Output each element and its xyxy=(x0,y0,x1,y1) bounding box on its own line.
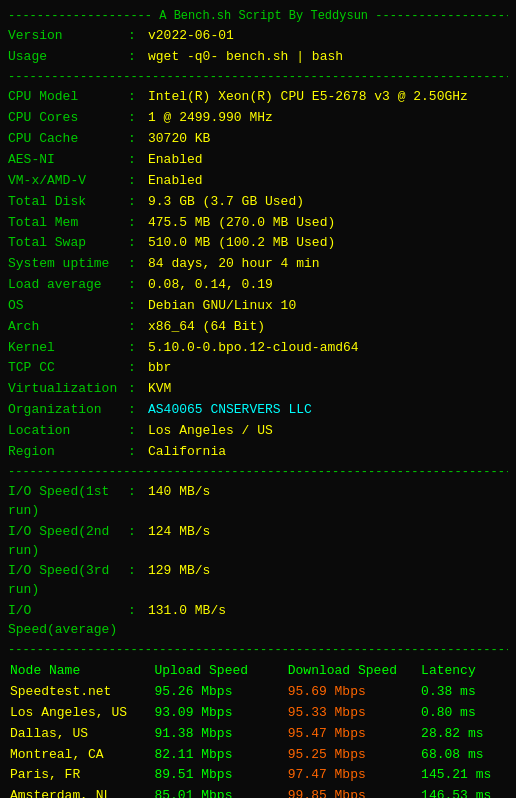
upload-speed: 91.38 Mbps xyxy=(152,724,285,745)
org-label: Organization xyxy=(8,401,128,420)
latency: 145.21 ms xyxy=(419,765,508,786)
tcp-row: TCP CC : bbr xyxy=(8,359,508,378)
download-speed: 95.33 Mbps xyxy=(286,703,419,724)
upload-speed: 93.09 Mbps xyxy=(152,703,285,724)
total-disk-value: 9.3 GB (3.7 GB Used) xyxy=(148,193,304,212)
version-row: Version : v2022-06-01 xyxy=(8,27,508,46)
system-divider: ----------------------------------------… xyxy=(8,69,508,86)
io-run1-label: I/O Speed(1st run) xyxy=(8,483,128,521)
kernel-row: Kernel : 5.10.0-0.bpo.12-cloud-amd64 xyxy=(8,339,508,358)
version-colon: : xyxy=(128,27,148,46)
download-speed: 95.25 Mbps xyxy=(286,745,419,766)
io-divider: ----------------------------------------… xyxy=(8,464,508,481)
latency: 0.80 ms xyxy=(419,703,508,724)
io-run3-label: I/O Speed(3rd run) xyxy=(8,562,128,600)
upload-speed: 82.11 Mbps xyxy=(152,745,285,766)
speedtest-header-row: Node Name Upload Speed Download Speed La… xyxy=(8,661,508,682)
speedtest-row: Paris, FR89.51 Mbps97.47 Mbps145.21 ms xyxy=(8,765,508,786)
node-name: Paris, FR xyxy=(8,765,152,786)
cpu-cache-label: CPU Cache xyxy=(8,130,128,149)
upload-speed: 85.01 Mbps xyxy=(152,786,285,798)
download-speed: 95.69 Mbps xyxy=(286,682,419,703)
total-mem-label: Total Mem xyxy=(8,214,128,233)
io-run3-row: I/O Speed(3rd run) : 129 MB/s xyxy=(8,562,508,600)
version-label: Version xyxy=(8,27,128,46)
cpu-cache-value: 30720 KB xyxy=(148,130,210,149)
upload-speed: 95.26 Mbps xyxy=(152,682,285,703)
total-swap-value: 510.0 MB (100.2 MB Used) xyxy=(148,234,335,253)
location-label: Location xyxy=(8,422,128,441)
usage-row: Usage : wget -q0- bench.sh | bash xyxy=(8,48,508,67)
download-speed: 97.47 Mbps xyxy=(286,765,419,786)
aes-ni-row: AES-NI : Enabled xyxy=(8,151,508,170)
tcp-label: TCP CC xyxy=(8,359,128,378)
io-avg-row: I/O Speed(average) : 131.0 MB/s xyxy=(8,602,508,640)
node-name: Speedtest.net xyxy=(8,682,152,703)
tcp-value: bbr xyxy=(148,359,171,378)
cpu-model-value: Intel(R) Xeon(R) CPU E5-2678 v3 @ 2.50GH… xyxy=(148,88,468,107)
load-value: 0.08, 0.14, 0.19 xyxy=(148,276,273,295)
usage-value: wget -q0- bench.sh | bash xyxy=(148,48,343,67)
io-avg-label: I/O Speed(average) xyxy=(8,602,128,640)
speedtest-table: Node Name Upload Speed Download Speed La… xyxy=(8,661,508,798)
node-name: Amsterdam, NL xyxy=(8,786,152,798)
kernel-value: 5.10.0-0.bpo.12-cloud-amd64 xyxy=(148,339,359,358)
arch-row: Arch : x86_64 (64 Bit) xyxy=(8,318,508,337)
os-value: Debian GNU/Linux 10 xyxy=(148,297,296,316)
cpu-cores-label: CPU Cores xyxy=(8,109,128,128)
arch-value: x86_64 (64 Bit) xyxy=(148,318,265,337)
io-run1-value: 140 MB/s xyxy=(148,483,210,521)
speedtest-row: Montreal, CA82.11 Mbps95.25 Mbps68.08 ms xyxy=(8,745,508,766)
vm-amd-label: VM-x/AMD-V xyxy=(8,172,128,191)
virt-value: KVM xyxy=(148,380,171,399)
total-swap-label: Total Swap xyxy=(8,234,128,253)
region-value: California xyxy=(148,443,226,462)
io-run2-value: 124 MB/s xyxy=(148,523,210,561)
vm-amd-value: Enabled xyxy=(148,172,203,191)
io-run1-row: I/O Speed(1st run) : 140 MB/s xyxy=(8,483,508,521)
usage-label: Usage xyxy=(8,48,128,67)
node-name: Los Angeles, US xyxy=(8,703,152,724)
speedtest-divider: ----------------------------------------… xyxy=(8,642,508,659)
speedtest-row: Los Angeles, US93.09 Mbps95.33 Mbps0.80 … xyxy=(8,703,508,724)
org-value: AS40065 CNSERVERS LLC xyxy=(148,401,312,420)
latency: 28.82 ms xyxy=(419,724,508,745)
load-label: Load average xyxy=(8,276,128,295)
vm-amd-row: VM-x/AMD-V : Enabled xyxy=(8,172,508,191)
total-disk-label: Total Disk xyxy=(8,193,128,212)
download-speed: 99.85 Mbps xyxy=(286,786,419,798)
speedtest-row: Speedtest.net95.26 Mbps95.69 Mbps0.38 ms xyxy=(8,682,508,703)
virt-label: Virtualization xyxy=(8,380,128,399)
aes-ni-value: Enabled xyxy=(148,151,203,170)
total-disk-row: Total Disk : 9.3 GB (3.7 GB Used) xyxy=(8,193,508,212)
speedtest-row: Amsterdam, NL85.01 Mbps99.85 Mbps146.53 … xyxy=(8,786,508,798)
latency: 68.08 ms xyxy=(419,745,508,766)
cpu-cores-row: CPU Cores : 1 @ 2499.990 MHz xyxy=(8,109,508,128)
total-mem-row: Total Mem : 475.5 MB (270.0 MB Used) xyxy=(8,214,508,233)
upload-speed: 89.51 Mbps xyxy=(152,765,285,786)
latency: 146.53 ms xyxy=(419,786,508,798)
node-name: Dallas, US xyxy=(8,724,152,745)
aes-ni-label: AES-NI xyxy=(8,151,128,170)
download-speed: 95.47 Mbps xyxy=(286,724,419,745)
cpu-cores-value: 1 @ 2499.990 MHz xyxy=(148,109,273,128)
usage-colon: : xyxy=(128,48,148,67)
io-run3-value: 129 MB/s xyxy=(148,562,210,600)
io-run2-row: I/O Speed(2nd run) : 124 MB/s xyxy=(8,523,508,561)
speedtest-row: Dallas, US91.38 Mbps95.47 Mbps28.82 ms xyxy=(8,724,508,745)
os-label: OS xyxy=(8,297,128,316)
region-label: Region xyxy=(8,443,128,462)
col-node-header: Node Name xyxy=(8,661,152,682)
total-mem-value: 475.5 MB (270.0 MB Used) xyxy=(148,214,335,233)
region-row: Region : California xyxy=(8,443,508,462)
load-row: Load average : 0.08, 0.14, 0.19 xyxy=(8,276,508,295)
location-row: Location : Los Angeles / US xyxy=(8,422,508,441)
uptime-row: System uptime : 84 days, 20 hour 4 min xyxy=(8,255,508,274)
virt-row: Virtualization : KVM xyxy=(8,380,508,399)
cpu-model-row: CPU Model : Intel(R) Xeon(R) CPU E5-2678… xyxy=(8,88,508,107)
uptime-value: 84 days, 20 hour 4 min xyxy=(148,255,320,274)
io-run2-label: I/O Speed(2nd run) xyxy=(8,523,128,561)
col-download-header: Download Speed xyxy=(286,661,419,682)
uptime-label: System uptime xyxy=(8,255,128,274)
version-value: v2022-06-01 xyxy=(148,27,234,46)
